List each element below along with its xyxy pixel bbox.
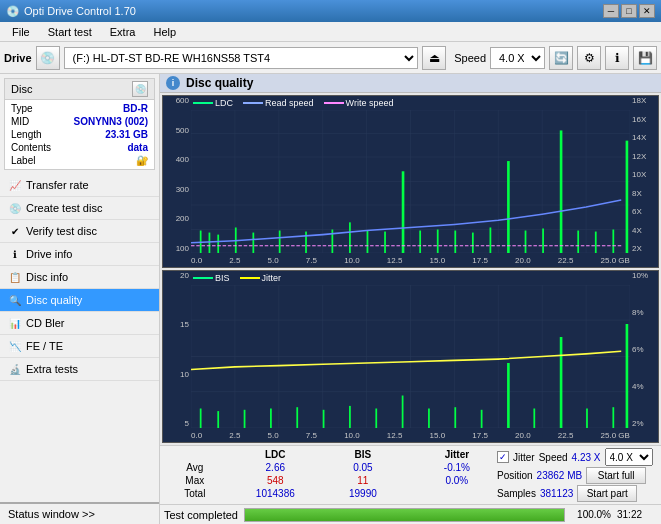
app-title: Opti Drive Control 1.70 — [24, 5, 136, 17]
svg-rect-27 — [367, 231, 369, 253]
progress-percent: 100.0% — [571, 509, 611, 520]
menu-extra[interactable]: Extra — [102, 24, 144, 40]
info-button[interactable]: ℹ — [605, 46, 629, 70]
start-full-button[interactable]: Start full — [586, 467, 646, 484]
disc-panel: Disc 💿 Type BD-R MID SONYNN3 (002) Lengt… — [4, 78, 155, 170]
chart1-y-left: 600500400300200100 — [163, 96, 191, 253]
stats-avg-row: Avg 2.66 0.05 -0.1% — [164, 461, 493, 474]
drive-select[interactable]: (F:) HL-DT-ST BD-RE WH16NS58 TST4 — [64, 47, 419, 69]
legend-jitter: Jitter — [240, 273, 282, 283]
col-ldc-header: LDC — [226, 448, 325, 461]
samples-value: 381123 — [540, 488, 573, 499]
jitter-checkbox[interactable]: ✓ — [497, 451, 509, 463]
svg-rect-38 — [560, 130, 563, 253]
svg-rect-74 — [560, 337, 563, 428]
nav-verify-test-disc[interactable]: ✔ Verify test disc — [0, 220, 159, 243]
svg-rect-71 — [481, 410, 483, 428]
svg-rect-75 — [586, 409, 588, 429]
nav-extra-tests-label: Extra tests — [26, 363, 78, 375]
progress-bar-row: Test completed 100.0% 31:22 — [160, 504, 661, 524]
speed-label-stat: Speed — [539, 452, 568, 463]
menu-file[interactable]: File — [4, 24, 38, 40]
close-button[interactable]: ✕ — [639, 4, 655, 18]
disc-panel-title: Disc — [11, 83, 32, 95]
title-bar: 💿 Opti Drive Control 1.70 ─ □ ✕ — [0, 0, 661, 22]
avg-bis-value: 0.05 — [325, 461, 401, 474]
chart-bis: BIS Jitter 2015105 10%8%6%4%2% — [162, 270, 659, 443]
nav-drive-info[interactable]: ℹ Drive info — [0, 243, 159, 266]
svg-rect-67 — [375, 409, 377, 429]
svg-rect-60 — [200, 409, 202, 429]
app-icon: 💿 — [6, 5, 20, 18]
disc-quality-header: i Disc quality — [160, 74, 661, 93]
nav-transfer-rate[interactable]: 📈 Transfer rate — [0, 174, 159, 197]
speed-stat-select[interactable]: 4.0 X — [605, 448, 653, 466]
eject-button[interactable]: ⏏ — [422, 46, 446, 70]
menu-start-test[interactable]: Start test — [40, 24, 100, 40]
chart2-y-left: 2015105 — [163, 271, 191, 428]
legend-ldc-label: LDC — [215, 98, 233, 108]
nav-disc-quality[interactable]: 🔍 Disc quality — [0, 289, 159, 312]
svg-rect-36 — [525, 231, 527, 253]
charts-area: LDC Read speed Write speed 6005004003002… — [160, 93, 661, 445]
status-window-button[interactable]: Status window >> — [0, 502, 159, 524]
sidebar: Disc 💿 Type BD-R MID SONYNN3 (002) Lengt… — [0, 74, 160, 524]
nav-disc-info[interactable]: 📋 Disc info — [0, 266, 159, 289]
save-button[interactable]: 💾 — [633, 46, 657, 70]
maximize-button[interactable]: □ — [621, 4, 637, 18]
svg-rect-32 — [454, 231, 456, 253]
svg-rect-29 — [402, 171, 405, 253]
refresh-button[interactable]: 🔄 — [549, 46, 573, 70]
svg-rect-34 — [490, 227, 492, 253]
disc-mid-row: MID SONYNN3 (002) — [9, 115, 150, 128]
content-area: i Disc quality LDC Read speed — [160, 74, 661, 524]
nav-verify-test-disc-label: Verify test disc — [26, 225, 97, 237]
minimize-button[interactable]: ─ — [603, 4, 619, 18]
svg-rect-63 — [270, 409, 272, 429]
jitter-checkbox-row: ✓ Jitter Speed 4.23 X 4.0 X — [497, 448, 657, 466]
fe-te-icon: 📉 — [8, 339, 22, 353]
svg-rect-76 — [612, 407, 614, 428]
speed-select[interactable]: 4.0 X — [490, 47, 545, 69]
settings-button[interactable]: ⚙ — [577, 46, 601, 70]
legend-jitter-label: Jitter — [262, 273, 282, 283]
disc-info-rows: Type BD-R MID SONYNN3 (002) Length 23.31… — [5, 100, 154, 169]
legend-bis: BIS — [193, 273, 230, 283]
drive-icon-btn[interactable]: 💿 — [36, 46, 60, 70]
extra-tests-icon: 🔬 — [8, 362, 22, 376]
create-test-disc-icon: 💿 — [8, 201, 22, 215]
svg-rect-31 — [437, 230, 439, 253]
svg-rect-28 — [384, 232, 386, 253]
svg-rect-77 — [626, 324, 629, 428]
chart2-plot — [191, 285, 630, 428]
chart-ldc: LDC Read speed Write speed 6005004003002… — [162, 95, 659, 268]
stats-total-row: Total 1014386 19990 — [164, 487, 493, 500]
chart2-svg — [191, 285, 630, 428]
disc-panel-icon[interactable]: 💿 — [132, 81, 148, 97]
nav-extra-tests[interactable]: 🔬 Extra tests — [0, 358, 159, 381]
menu-help[interactable]: Help — [145, 24, 184, 40]
start-part-button[interactable]: Start part — [577, 485, 637, 502]
svg-rect-26 — [349, 222, 351, 253]
svg-rect-65 — [323, 410, 325, 428]
verify-test-disc-icon: ✔ — [8, 224, 22, 238]
chart2-legend: BIS Jitter — [193, 273, 281, 283]
svg-rect-33 — [472, 233, 474, 253]
chart2-x-axis: 0.02.55.07.510.012.515.017.520.022.525.0… — [191, 428, 630, 442]
chart2-y-right: 10%8%6%4%2% — [630, 271, 658, 428]
disc-info-icon: 📋 — [8, 270, 22, 284]
position-value: 23862 MB — [537, 470, 583, 481]
disc-length-label: Length — [11, 129, 42, 140]
legend-bis-label: BIS — [215, 273, 230, 283]
disc-quality-icon: 🔍 — [8, 293, 22, 307]
svg-rect-30 — [419, 231, 421, 253]
disc-type-value: BD-R — [123, 103, 148, 114]
progress-bar-fill — [245, 509, 564, 521]
chart1-svg — [191, 110, 630, 253]
nav-transfer-rate-label: Transfer rate — [26, 179, 89, 191]
nav-fe-te[interactable]: 📉 FE / TE — [0, 335, 159, 358]
nav-create-test-disc[interactable]: 💿 Create test disc — [0, 197, 159, 220]
nav-cd-bler[interactable]: 📊 CD Bler — [0, 312, 159, 335]
disc-quality-title: Disc quality — [186, 76, 253, 90]
svg-rect-22 — [252, 233, 254, 253]
